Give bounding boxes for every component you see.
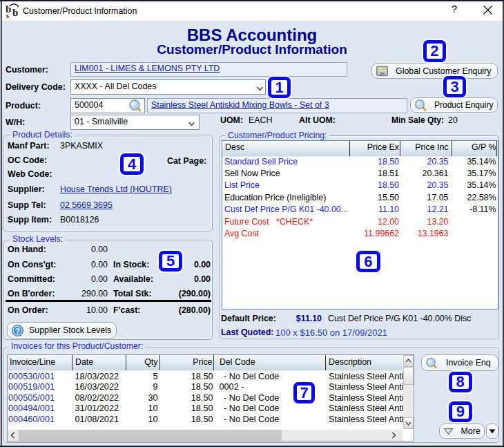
svg-text:s: s [6,12,9,19]
svg-text:b: b [12,7,18,18]
svg-text:?: ? [15,326,20,334]
